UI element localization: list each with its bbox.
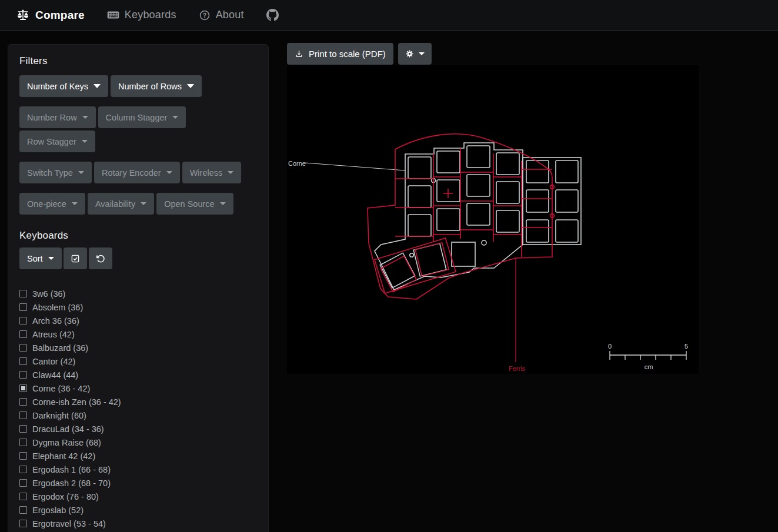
filter-number-of-rows[interactable]: Number of Rows (111, 75, 202, 97)
keyboard-checkbox[interactable] (19, 520, 27, 527)
ruler-unit-label: cm (645, 363, 653, 370)
keyboard-list-item[interactable]: Ergodox (76 - 80) (19, 490, 257, 503)
filter-one-piece[interactable]: One-piece (19, 193, 85, 215)
chevron-down-icon (48, 257, 54, 260)
filter-column-stagger[interactable]: Column Stagger (98, 106, 186, 128)
filter-wireless[interactable]: Wireless (182, 162, 242, 183)
keyboard-list-item[interactable]: Darknight (60) (19, 409, 257, 422)
keyboard-checkbox[interactable] (19, 371, 27, 379)
navbar: Compare Keyboards ? (0, 0, 778, 31)
keyboard-checkbox[interactable] (19, 466, 27, 473)
chevron-down-icon (419, 52, 425, 55)
filter-number-row[interactable]: Number Row (19, 106, 96, 128)
keyboard-label: Arch 36 (36) (32, 316, 79, 326)
plot-settings-button[interactable] (398, 43, 432, 65)
chevron-down-icon (78, 171, 84, 174)
keyboard-list-item[interactable]: Absolem (36) (19, 300, 257, 314)
keyboard-checkbox[interactable] (19, 493, 27, 500)
keyboard-checkbox[interactable] (19, 439, 27, 446)
print-to-scale-button[interactable]: Print to scale (PDF) (287, 43, 393, 65)
github-icon (266, 9, 279, 21)
keyboard-list-item[interactable]: Cantor (42) (19, 354, 257, 368)
chevron-down-icon (141, 202, 146, 205)
filter-label: One-piece (27, 199, 66, 209)
ferris-label: Ferris (509, 365, 526, 372)
keyboard-label: Ergodash 2 (68 - 70) (32, 479, 111, 488)
filter-label: Number Row (27, 113, 77, 122)
keyboard-list-item[interactable]: DracuLad (34 - 36) (19, 422, 257, 436)
keyboard-checkbox[interactable] (19, 411, 27, 419)
keyboard-checkbox[interactable] (19, 398, 27, 406)
filter-switch-type[interactable]: Switch Type (19, 162, 92, 183)
filter-label: Rotary Encoder (102, 168, 161, 178)
filter-availability[interactable]: Availability (88, 193, 154, 215)
chevron-down-icon (220, 202, 226, 205)
sort-button[interactable]: Sort (19, 247, 62, 269)
keyboard-checkbox[interactable] (19, 357, 27, 365)
ruler-start-label: 0 (608, 343, 612, 350)
nav-item-about-label: About (216, 9, 244, 21)
filter-row-2: Number Row Column Stagger Row Stagger (19, 106, 257, 152)
chevron-down-icon (94, 84, 101, 88)
keyboard-label: Ergotravel (53 - 54) (32, 519, 106, 528)
nav-brand-compare[interactable]: Compare (16, 9, 85, 22)
balance-scale-icon (16, 9, 29, 22)
keyboard-checkbox[interactable] (19, 290, 27, 297)
check-square-icon (71, 254, 80, 263)
keyboard-list-item[interactable]: Elephant 42 (42) (19, 449, 257, 463)
ruler-end-label: 5 (684, 343, 688, 350)
keyboard-checkbox[interactable] (19, 303, 27, 311)
keyboard-label: Corne-ish Zen (36 - 42) (32, 397, 121, 407)
question-circle-icon: ? (199, 9, 211, 21)
keyboard-list-item[interactable]: Corne (36 - 42) (19, 382, 257, 395)
plot-toolbar: Print to scale (PDF) (287, 43, 432, 65)
keyboard-label: Ergodox (76 - 80) (32, 492, 99, 501)
chevron-down-icon (72, 202, 78, 205)
keyboard-checkbox[interactable] (19, 452, 27, 460)
keyboard-checkbox[interactable] (19, 506, 27, 514)
keyboard-checkbox[interactable] (19, 479, 27, 487)
keyboard-list-item[interactable]: 3w6 (36) (19, 287, 257, 300)
keyboard-overlay-plot: Corne Ferris 0 5 cm (287, 65, 699, 374)
filter-rotary-encoder[interactable]: Rotary Encoder (94, 162, 180, 183)
keyboard-label: Corne (36 - 42) (32, 384, 90, 393)
filter-number-of-keys[interactable]: Number of Keys (19, 75, 108, 97)
keyboard-list-item[interactable]: Ergodash 1 (66 - 68) (19, 463, 257, 476)
filter-open-source[interactable]: Open Source (156, 193, 233, 215)
keyboard-label: Atreus (42) (32, 330, 75, 339)
keyboard-overlay-canvas: Corne Ferris 0 5 cm (287, 65, 699, 374)
keyboard-list-item[interactable]: Ergotravel (53 - 54) (19, 517, 257, 530)
keyboard-label: Darknight (60) (32, 411, 86, 420)
chevron-down-icon (82, 116, 88, 119)
keyboard-checkbox[interactable] (19, 384, 27, 392)
keyboard-list-item[interactable]: Ergoslab (52) (19, 503, 257, 517)
chevron-down-icon (172, 116, 178, 119)
scale-ruler: 0 5 cm (608, 343, 688, 370)
keyboard-list-item[interactable]: Ergodash 2 (68 - 70) (19, 476, 257, 490)
nav-item-keyboards-label: Keyboards (125, 9, 176, 21)
keyboard-list-item[interactable]: Balbuzard (36) (19, 341, 257, 354)
filter-label: Open Source (164, 199, 214, 209)
keyboard-checkbox[interactable] (19, 425, 27, 433)
reset-selection-button[interactable] (89, 247, 112, 269)
nav-item-about[interactable]: ? About (199, 9, 244, 21)
corne-outline-layer (305, 143, 581, 290)
keyboard-checkbox[interactable] (19, 317, 27, 324)
keyboard-list-item[interactable]: Atreus (42) (19, 327, 257, 341)
nav-item-keyboards[interactable]: Keyboards (107, 9, 176, 21)
keyboard-list-item[interactable]: Claw44 (44) (19, 368, 257, 382)
keyboard-label: DracuLad (34 - 36) (32, 424, 104, 434)
nav-github-link[interactable] (266, 9, 279, 21)
filter-row-3: Switch Type Rotary Encoder Wireless (19, 162, 257, 183)
filter-row-stagger[interactable]: Row Stagger (19, 131, 95, 152)
keyboard-list-item[interactable]: Dygma Raise (68) (19, 436, 257, 449)
keyboard-label: 3w6 (36) (32, 289, 65, 299)
keyboard-list-item[interactable]: Arch 36 (36) (19, 314, 257, 327)
chevron-down-icon (187, 84, 194, 88)
sidebar: Filters Number of Keys Number of Rows Nu… (8, 44, 269, 532)
keyboard-list-item[interactable]: Corne-ish Zen (36 - 42) (19, 395, 257, 409)
select-all-button[interactable] (64, 247, 87, 269)
filter-label: Number of Rows (118, 82, 182, 91)
keyboard-checkbox[interactable] (19, 344, 27, 352)
keyboard-checkbox[interactable] (19, 330, 27, 338)
